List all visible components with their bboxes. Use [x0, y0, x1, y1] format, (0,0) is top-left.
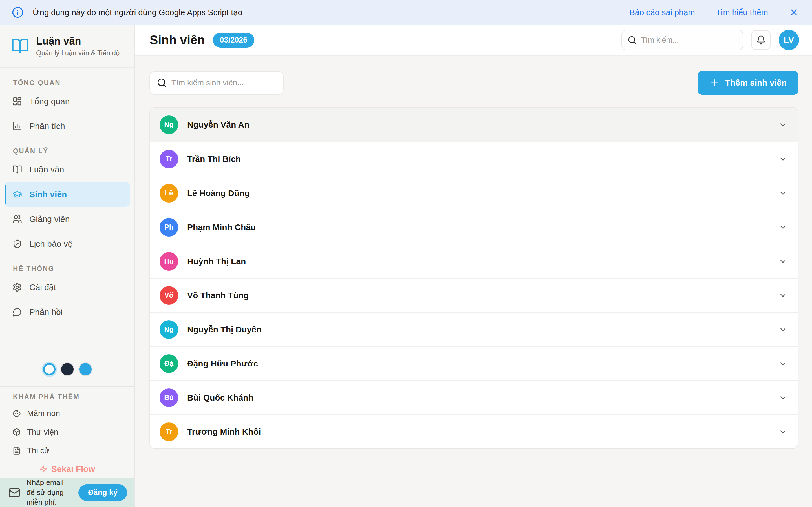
sidebar-item-label: Giảng viên: [29, 214, 70, 224]
discover-item-label: Mầm non: [27, 409, 60, 418]
app-title: Luận văn: [36, 35, 119, 47]
sidebar-item-phan-hoi[interactable]: Phản hồi: [4, 300, 130, 325]
sidebar: Luận văn Quản lý Luận văn & Tiến độ TỔNG…: [0, 25, 135, 507]
student-name: Nguyễn Thị Duyên: [187, 325, 261, 334]
app-subtitle: Quản lý Luận văn & Tiến độ: [36, 49, 119, 57]
sidebar-item-label: Lịch bảo vệ: [29, 239, 72, 249]
student-row[interactable]: TrTrần Thị Bích: [150, 142, 798, 176]
student-list: NgNguyễn Văn AnTrTrần Thị BíchLêLê Hoàng…: [149, 107, 799, 449]
notifications-button[interactable]: [751, 30, 771, 50]
student-row[interactable]: NgNguyễn Thị Duyên: [150, 312, 798, 346]
main-header: Sinh viên 03/2026 LV: [135, 25, 812, 56]
student-avatar: Võ: [160, 286, 178, 305]
sidebar-item-label: Luận văn: [29, 165, 64, 174]
main-area: Sinh viên 03/2026 LV: [135, 25, 812, 507]
discover-item-thu-vien[interactable]: Thư viện: [4, 423, 130, 441]
student-name: Trần Thị Bích: [187, 154, 241, 164]
chevron-down-icon[interactable]: [779, 257, 787, 266]
student-row[interactable]: TrTrương Minh Khôi: [150, 414, 798, 448]
student-avatar: Ng: [160, 115, 178, 134]
student-row[interactable]: ĐặĐặng Hữu Phước: [150, 346, 798, 380]
student-row[interactable]: VõVõ Thanh Tùng: [150, 278, 798, 312]
sidebar-item-sinh-vien[interactable]: Sinh viên: [4, 182, 130, 207]
chevron-down-icon[interactable]: [779, 393, 787, 402]
chevron-down-icon[interactable]: [779, 291, 787, 300]
discover-item-thi-cu[interactable]: Thi cử: [4, 441, 130, 460]
book-open-icon: [12, 165, 22, 174]
chevron-down-icon[interactable]: [779, 223, 787, 231]
term-badge: 03/2026: [213, 33, 255, 48]
student-name: Lê Hoàng Dũng: [187, 188, 250, 198]
student-name: Đặng Hữu Phước: [187, 359, 258, 369]
shield-check-icon: [12, 239, 22, 249]
search-icon: [157, 78, 167, 88]
chevron-down-icon[interactable]: [779, 155, 787, 163]
info-icon: [12, 6, 24, 18]
dashboard-icon: [12, 97, 22, 106]
learn-more-link[interactable]: Tìm hiểu thêm: [716, 8, 768, 17]
student-avatar: Bù: [160, 388, 178, 407]
student-avatar: Ng: [160, 320, 178, 339]
theme-dot-2[interactable]: [61, 363, 73, 376]
sekai-flow-branding[interactable]: Sekai Flow: [0, 460, 135, 478]
chevron-down-icon[interactable]: [779, 359, 787, 368]
content-area: Thêm sinh viên NgNguyễn Văn AnTrTrần Thị…: [135, 56, 812, 449]
discover-item-label: Thư viện: [27, 428, 58, 437]
sidebar-item-cai-dat[interactable]: Cài đặt: [4, 275, 130, 300]
plus-icon: [709, 78, 719, 88]
student-row[interactable]: HuHuỳnh Thị Lan: [150, 244, 798, 278]
student-avatar: Tr: [160, 422, 178, 441]
gear-icon: [12, 283, 22, 292]
student-name: Trương Minh Khôi: [187, 427, 261, 437]
chevron-down-icon[interactable]: [779, 189, 787, 198]
zap-icon: [40, 465, 47, 473]
sidebar-item-label: Tổng quan: [29, 97, 70, 106]
signup-button[interactable]: Đăng ký: [79, 485, 127, 501]
email-signup-bar: Nhập email để sử dụng miễn phí. Đăng ký: [0, 478, 135, 507]
sidebar-item-label: Sinh viên: [29, 189, 67, 199]
student-avatar: Hu: [160, 252, 178, 271]
chevron-down-icon[interactable]: [779, 428, 787, 436]
student-row[interactable]: LêLê Hoàng Dũng: [150, 176, 798, 210]
discover-label: KHÁM PHÁ THÊM: [13, 393, 130, 401]
sidebar-item-lich-bao-ve[interactable]: Lịch bảo vệ: [4, 231, 130, 256]
sekai-flow-label: Sekai Flow: [51, 464, 95, 474]
sidebar-item-giang-vien[interactable]: Giảng viên: [4, 207, 130, 231]
close-icon[interactable]: [789, 7, 799, 17]
student-search-input[interactable]: [149, 71, 284, 95]
student-name: Võ Thanh Tùng: [187, 291, 249, 300]
chevron-down-icon[interactable]: [779, 325, 787, 334]
discover-item-label: Thi cử: [27, 446, 49, 455]
add-student-button[interactable]: Thêm sinh viên: [698, 71, 799, 95]
sidebar-item-luan-van[interactable]: Luận văn: [4, 157, 130, 182]
package-icon: [12, 428, 21, 436]
report-abuse-link[interactable]: Báo cáo sai phạm: [629, 8, 695, 17]
page-title: Sinh viên: [150, 33, 205, 47]
global-search-input[interactable]: [621, 30, 743, 50]
bell-icon: [756, 35, 766, 45]
theme-switcher: [0, 363, 135, 376]
student-name: Huỳnh Thị Lan: [187, 257, 246, 266]
sidebar-item-label: Cài đặt: [29, 283, 56, 292]
student-avatar: Ph: [160, 218, 178, 237]
mail-icon: [8, 487, 20, 499]
sidebar-item-tong-quan[interactable]: Tổng quan: [4, 89, 130, 114]
theme-dot-3[interactable]: [79, 363, 92, 376]
users-icon: [12, 214, 22, 224]
sidebar-item-phan-tich[interactable]: Phân tích: [4, 114, 130, 138]
user-avatar[interactable]: LV: [779, 30, 799, 50]
chevron-down-icon[interactable]: [779, 121, 787, 129]
student-search: [149, 71, 284, 95]
sidebar-nav: TỔNG QUANTổng quanPhân tíchQUẢN LÝLuận v…: [0, 68, 135, 363]
discover-item-mam-non[interactable]: Mầm non: [4, 404, 130, 423]
student-avatar: Đặ: [160, 354, 178, 373]
student-row[interactable]: BùBùi Quốc Khánh: [150, 380, 798, 414]
banner-message: Ứng dụng này do một người dùng Google Ap…: [33, 8, 243, 17]
email-signup-text: Nhập email để sử dụng miễn phí.: [27, 478, 72, 507]
section-label-he-thong: HỆ THỐNG: [13, 265, 130, 273]
theme-dot-1[interactable]: [43, 363, 56, 376]
student-row[interactable]: PhPhạm Minh Châu: [150, 210, 798, 244]
student-row[interactable]: NgNguyễn Văn An: [150, 108, 798, 142]
section-label-tong-quan: TỔNG QUAN: [13, 79, 130, 87]
discover-section: KHÁM PHÁ THÊM Mầm nonThư việnThi cử: [0, 387, 135, 460]
